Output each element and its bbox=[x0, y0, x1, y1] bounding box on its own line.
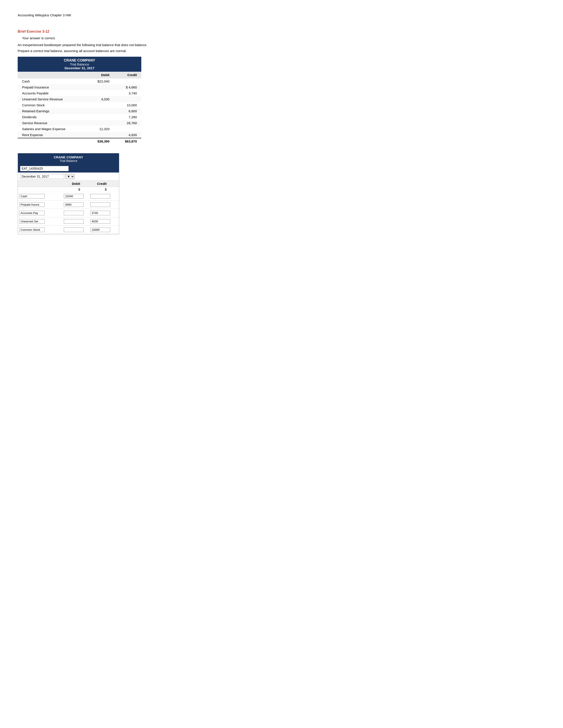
form-entry-block bbox=[18, 217, 119, 226]
form-dollar-row: $ $ bbox=[18, 187, 119, 192]
form-credit-input[interactable] bbox=[90, 194, 110, 199]
row-credit: 7,280 bbox=[114, 114, 141, 120]
row-account: Unearned Service Revenue bbox=[18, 96, 86, 102]
form-col-account bbox=[18, 182, 58, 186]
row-credit: 3,740 bbox=[114, 90, 141, 96]
table-row: Dividends7,280 bbox=[18, 114, 141, 120]
table-company-name: CRANE COMPANY bbox=[20, 58, 139, 62]
form-debit-input[interactable] bbox=[64, 219, 84, 224]
table-report-date: December 31, 2017 bbox=[20, 66, 139, 70]
table-row: Service Revenue26,760 bbox=[18, 120, 141, 126]
form-account-input[interactable] bbox=[19, 194, 45, 199]
row-credit: 26,760 bbox=[114, 120, 141, 126]
form-debit-input[interactable] bbox=[64, 211, 84, 215]
row-credit: 10,000 bbox=[114, 102, 141, 108]
form-debit-input[interactable] bbox=[64, 202, 84, 207]
row-account: Common Stock bbox=[18, 102, 86, 108]
row-account: Service Revenue bbox=[18, 120, 86, 126]
form-report-title-text: Trial Balance bbox=[20, 159, 117, 163]
form-credit-input[interactable] bbox=[90, 202, 110, 207]
form-entry-block bbox=[18, 226, 119, 234]
table-row: Common Stock10,000 bbox=[18, 102, 141, 108]
reference-trial-balance: CRANE COMPANY Trial Balance December 31,… bbox=[18, 57, 141, 144]
form-debit-input[interactable] bbox=[64, 227, 84, 232]
dollar-empty bbox=[18, 188, 58, 191]
row-credit bbox=[114, 96, 141, 102]
row-account: Accounts Payable bbox=[18, 90, 86, 96]
row-debit bbox=[86, 108, 114, 114]
total-debit: $38,390 bbox=[86, 138, 114, 144]
row-debit bbox=[86, 120, 114, 126]
date-text-input[interactable] bbox=[20, 166, 69, 171]
form-company-name: CRANE COMPANY Trial Balance bbox=[18, 153, 119, 165]
table-row: Rent Expense4,830 bbox=[18, 132, 141, 138]
table-row: Unearned Service Revenue4,030 bbox=[18, 96, 141, 102]
row-credit bbox=[114, 126, 141, 132]
row-account: Prepaid Insurance bbox=[18, 84, 86, 90]
row-account: Dividends bbox=[18, 114, 86, 120]
date-dropdown-select[interactable]: ▼ bbox=[66, 174, 74, 179]
exercise-title: Brief Exercise 3-12 bbox=[18, 30, 181, 34]
row-debit bbox=[86, 84, 114, 90]
row-credit: 4,830 bbox=[114, 132, 141, 138]
interactive-form-section: CRANE COMPANY Trial Balance ▼ Debit Cred… bbox=[18, 153, 181, 234]
row-credit: $ 4,660 bbox=[114, 84, 141, 90]
table-row: Salaries and Wages Expense12,320 bbox=[18, 126, 141, 132]
form-entries bbox=[18, 192, 119, 234]
row-account: Retained Earnings bbox=[18, 108, 86, 114]
form-account-input[interactable] bbox=[19, 202, 45, 207]
form-date-row bbox=[18, 165, 119, 173]
form-credit-input[interactable] bbox=[90, 227, 110, 232]
description-1: An inexperienced bookkeeper prepared the… bbox=[18, 43, 181, 47]
form-entry-block bbox=[18, 209, 119, 217]
form-account-input[interactable] bbox=[19, 219, 45, 224]
correct-answer-msg: Your answer is correct. bbox=[22, 36, 181, 40]
table-row: Retained Earnings6,600 bbox=[18, 108, 141, 114]
total-label bbox=[18, 138, 86, 144]
row-debit bbox=[86, 90, 114, 96]
col-header-credit: Credit bbox=[114, 72, 141, 78]
form-account-input[interactable] bbox=[19, 227, 45, 232]
row-debit: $22,040 bbox=[86, 78, 114, 84]
form-company-name-text: CRANE COMPANY bbox=[20, 155, 117, 159]
table-row: Prepaid Insurance$ 4,660 bbox=[18, 84, 141, 90]
total-credit: $63,870 bbox=[114, 138, 141, 144]
form-account-input[interactable] bbox=[19, 211, 45, 215]
col-header-account bbox=[18, 72, 86, 78]
description-2: Prepare a correct trial balance, assumin… bbox=[18, 49, 181, 53]
col-header-debit: Debit bbox=[86, 72, 114, 78]
row-debit bbox=[86, 102, 114, 108]
form-credit-input[interactable] bbox=[90, 219, 110, 224]
form-entry-block bbox=[18, 201, 119, 209]
row-credit bbox=[114, 78, 141, 84]
row-debit bbox=[86, 114, 114, 120]
form-col-credit: Credit bbox=[84, 182, 111, 186]
row-account: Cash bbox=[18, 78, 86, 84]
form-col-debit: Debit bbox=[58, 182, 84, 186]
form-dropdown-row: ▼ bbox=[18, 173, 119, 181]
dollar-credit: $ bbox=[84, 188, 111, 191]
row-debit: 12,320 bbox=[86, 126, 114, 132]
form-credit-input[interactable] bbox=[90, 211, 110, 215]
table-row: Accounts Payable3,740 bbox=[18, 90, 141, 96]
row-account: Rent Expense bbox=[18, 132, 86, 138]
form-outer: CRANE COMPANY Trial Balance ▼ Debit Cred… bbox=[18, 153, 119, 234]
form-col-headers: Debit Credit bbox=[18, 181, 119, 187]
row-credit: 6,600 bbox=[114, 108, 141, 114]
table-row: Cash$22,040 bbox=[18, 78, 141, 84]
dollar-debit: $ bbox=[58, 188, 84, 191]
form-debit-input[interactable] bbox=[64, 194, 84, 199]
row-debit: 4,030 bbox=[86, 96, 114, 102]
row-debit bbox=[86, 132, 114, 138]
page-title: Accounting Wileyplus Chapter 3 HW bbox=[18, 13, 181, 17]
date-dropdown-input[interactable] bbox=[20, 174, 64, 179]
form-entry-block bbox=[18, 192, 119, 201]
table-report-title: Trial Balance bbox=[20, 62, 139, 66]
row-account: Salaries and Wages Expense bbox=[18, 126, 86, 132]
